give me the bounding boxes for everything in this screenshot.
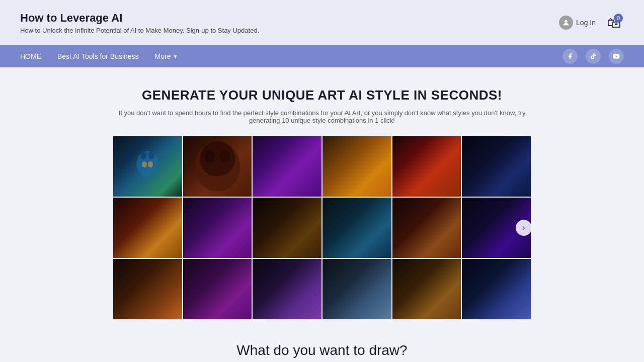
svg-point-6 xyxy=(148,161,153,167)
gallery-image xyxy=(462,259,531,319)
site-title: How to Leverage AI xyxy=(20,12,559,25)
nav-social xyxy=(562,49,624,64)
gallery-grid xyxy=(113,136,531,319)
login-label: Log In xyxy=(576,19,596,27)
gallery-next-button[interactable]: › xyxy=(516,220,531,236)
nav-left: HOME Best AI Tools for Business More ▼ xyxy=(20,46,178,66)
chevron-down-icon: ▼ xyxy=(173,54,178,59)
svg-point-3 xyxy=(140,151,146,159)
gallery-item xyxy=(113,198,182,258)
gallery-item xyxy=(253,259,321,319)
gallery-image xyxy=(113,198,182,258)
logo-area: How to Leverage AI How to Unlock the Inf… xyxy=(20,12,559,34)
gallery-image xyxy=(462,136,531,197)
gallery-item xyxy=(462,136,531,197)
gallery-item xyxy=(183,259,252,319)
header-right: Log In 🛍 0 xyxy=(559,13,624,33)
gallery-image xyxy=(323,198,391,258)
header: How to Leverage AI How to Unlock the Inf… xyxy=(0,0,644,45)
gallery-item xyxy=(392,259,461,319)
svg-point-4 xyxy=(148,151,154,159)
gallery-item xyxy=(253,198,321,258)
nav-item-best-ai-tools[interactable]: Best AI Tools for Business xyxy=(57,46,139,66)
site-subtitle: How to Unlock the Infinite Potential of … xyxy=(20,27,559,34)
gallery-image xyxy=(253,259,321,319)
gallery-image xyxy=(253,136,321,197)
facebook-icon[interactable] xyxy=(562,49,578,64)
gallery-item xyxy=(253,136,321,197)
gallery-image xyxy=(113,136,182,197)
gallery-item xyxy=(323,136,391,197)
nav-item-home[interactable]: HOME xyxy=(20,46,41,66)
gallery-item xyxy=(323,198,391,258)
nav-item-more[interactable]: More ▼ xyxy=(155,52,178,60)
more-label: More xyxy=(155,52,171,60)
gallery-image xyxy=(183,198,252,258)
login-button[interactable]: Log In xyxy=(559,16,596,30)
svg-point-8 xyxy=(200,141,235,176)
gallery-image xyxy=(113,259,182,319)
gallery-image xyxy=(392,259,461,319)
gallery-image xyxy=(323,136,391,197)
gallery-item xyxy=(392,198,461,258)
gallery-image xyxy=(392,198,461,258)
cart-count: 0 xyxy=(614,14,623,23)
gallery-item xyxy=(392,136,461,197)
gallery-image xyxy=(253,198,321,258)
gallery: › xyxy=(113,136,531,319)
gallery-image xyxy=(323,259,391,319)
navigation: HOME Best AI Tools for Business More ▼ xyxy=(0,45,644,67)
svg-point-2 xyxy=(136,151,158,177)
svg-point-10 xyxy=(220,150,230,162)
gallery-item xyxy=(462,259,531,319)
cart-button[interactable]: 🛍 0 xyxy=(604,13,624,33)
gallery-image xyxy=(392,136,461,197)
gallery-item xyxy=(113,136,182,197)
gallery-item xyxy=(183,198,252,258)
svg-point-5 xyxy=(142,161,147,167)
tiktok-icon[interactable] xyxy=(586,49,601,64)
gallery-item xyxy=(323,259,391,319)
svg-point-9 xyxy=(205,150,215,162)
main-content: GENERATE YOUR UNIQUE ART AI STYLE IN SEC… xyxy=(0,67,644,362)
draw-question: What do you want to draw? xyxy=(0,342,644,358)
draw-section: What do you want to draw? 16:9 9:16 1:1 … xyxy=(0,337,644,362)
gallery-item xyxy=(113,259,182,319)
gallery-item xyxy=(183,136,252,197)
user-icon xyxy=(559,16,573,30)
gallery-image xyxy=(183,136,252,197)
youtube-icon[interactable] xyxy=(609,49,624,64)
gallery-image xyxy=(183,259,252,319)
svg-point-0 xyxy=(565,20,567,23)
page-title: GENERATE YOUR UNIQUE ART AI STYLE IN SEC… xyxy=(0,87,644,103)
page-subtitle: If you don't want to spend hours to find… xyxy=(116,109,528,124)
